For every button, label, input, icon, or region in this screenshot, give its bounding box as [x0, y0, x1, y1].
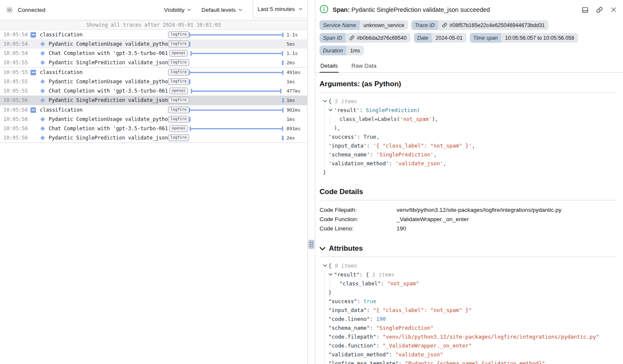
traces-banner: Showing all traces after 2024-05-01 10:0… — [0, 20, 307, 30]
span-tag: logfire — [168, 69, 189, 76]
chip-value-text: #b0b6da2d76c69540 — [357, 35, 406, 41]
tag-badge: logfire — [168, 31, 189, 38]
connection-status: Connected — [18, 7, 45, 13]
chip-value: #b0b6da2d76c69540 — [345, 33, 410, 43]
trace-row[interactable]: 10:05:54Pydantic CompletionUsage validat… — [0, 39, 307, 49]
trace-row[interactable]: 10:05:55Pydantic SinglePrediction valida… — [0, 58, 307, 67]
traces-panel: Connected Visibility Default levels Last… — [0, 0, 308, 364]
span-diamond-icon — [40, 52, 45, 55]
code-token: : — [376, 342, 383, 349]
indent-guide — [324, 359, 328, 364]
visibility-dropdown[interactable]: Visibility — [164, 7, 191, 13]
code-detail-label: Code Function: — [320, 215, 397, 224]
code-token: : — [370, 325, 376, 331]
trace-group: 10:05:54classificationlogfire1.1s10:05:5… — [0, 30, 307, 68]
code-token: : — [367, 142, 373, 149]
meta-chip: Service Nameunknown_service — [320, 20, 408, 30]
indent-guide — [324, 270, 328, 279]
trace-row[interactable]: 10:05:56classificationlogfire902ms — [0, 105, 307, 115]
collapse-toggle-icon[interactable] — [30, 70, 36, 75]
code-details-rows: Code Filepath:venv/lib/python3.12/site-p… — [320, 205, 616, 233]
trace-list: 10:05:54classificationlogfire1.1s10:05:5… — [0, 30, 307, 364]
indent-guide — [324, 279, 328, 288]
span-tag: openai — [168, 125, 189, 132]
span-tag: logfire — [168, 134, 189, 141]
code-token: , — [472, 142, 475, 149]
chip-value: 2024-05-01 — [432, 33, 466, 43]
diamond-shape — [40, 126, 45, 131]
span-name: Pydantic SinglePrediction validate_json — [49, 60, 168, 66]
code-line: "schema_name": "SinglePrediction" — [320, 323, 616, 332]
divider-drag-handle[interactable] — [308, 240, 314, 249]
trace-row[interactable]: 10:05:55Pydantic CompletionUsage validat… — [0, 77, 307, 86]
duration-timeline — [189, 77, 284, 86]
traces-header: Connected Visibility Default levels Last… — [0, 0, 307, 20]
code-token: "_ValidateWrapper._on_enter" — [383, 342, 472, 349]
link-icon[interactable] — [442, 22, 447, 28]
tab-raw-data[interactable]: Raw Data — [350, 60, 377, 72]
chevron-down-icon[interactable] — [323, 261, 328, 270]
span-detail-header: Span: Pydantic SinglePrediction validate… — [315, 0, 623, 19]
code-token: : — [389, 160, 395, 167]
code-token: "schema_name" — [328, 325, 370, 331]
row-timestamp: 10:05:55 — [0, 88, 28, 94]
code-token: 'validate_json' — [395, 160, 443, 167]
indent-guide — [324, 341, 328, 350]
trace-row[interactable]: 10:05:55classificationlogfire491ms — [0, 68, 307, 77]
code-detail-value: venv/lib/python3.12/site-packages/logfir… — [397, 205, 561, 215]
chip-value: 1ms — [346, 46, 364, 55]
indent-guide — [324, 350, 328, 359]
chevron-down-icon[interactable] — [320, 247, 325, 251]
trace-row[interactable]: 10:05:56Chat Completion with 'gpt-3.5-tu… — [0, 124, 307, 133]
close-button[interactable] — [610, 6, 617, 13]
chevron-down-icon[interactable] — [323, 97, 328, 106]
code-token: } — [323, 169, 326, 175]
code-line: "validation_method": "validate_json" — [320, 350, 616, 359]
settings-gear-icon[interactable] — [6, 6, 13, 14]
trace-row[interactable]: 10:05:54classificationlogfire1.1s — [0, 30, 307, 39]
trace-row[interactable]: 10:05:56Pydantic SinglePrediction valida… — [0, 133, 307, 142]
code-token: : — [376, 334, 383, 340]
default-levels-dropdown[interactable]: Default levels — [201, 7, 243, 13]
link-icon — [596, 6, 603, 14]
chip-label: Date — [414, 33, 432, 43]
duration-label: 5ms — [284, 41, 307, 47]
trace-row[interactable]: 10:05:54Chat Completion with 'gpt-3.5-tu… — [0, 49, 307, 58]
indent-guide — [324, 332, 328, 341]
code-line: 'success': True, — [320, 132, 616, 141]
code-token: ), — [432, 116, 438, 122]
chip-value-text: #08f57b165e22c4e625046944673bdd31 — [449, 22, 545, 28]
span-tag: openai — [168, 50, 189, 57]
link-icon[interactable] — [349, 35, 355, 41]
trace-row[interactable]: 10:05:55Chat Completion with 'gpt-3.5-tu… — [0, 86, 307, 96]
time-range-dropdown[interactable]: Last 5 minutes — [253, 0, 307, 18]
section-divider — [320, 200, 616, 200]
chevron-down-icon[interactable] — [328, 106, 334, 115]
duration-bar — [189, 70, 284, 75]
tag-badge: logfire — [168, 59, 189, 66]
code-line: ), — [320, 123, 616, 132]
code-token: 'schema_name' — [328, 151, 370, 158]
collapse-toggle-icon[interactable] — [30, 32, 36, 38]
span-name: Pydantic SinglePrediction validate_json — [49, 135, 168, 141]
meta-chip: Duration1ms — [320, 46, 364, 55]
code-token: : — [389, 351, 395, 358]
chevron-down-icon[interactable] — [328, 270, 334, 279]
copy-link-button[interactable] — [596, 6, 603, 14]
code-token: { — [328, 263, 335, 269]
trace-row[interactable]: 10:05:56Pydantic SinglePrediction valida… — [0, 96, 307, 105]
collapse-toggle-icon[interactable] — [30, 107, 36, 113]
duration-label: 491ms — [284, 70, 307, 75]
tab-details[interactable]: Details — [320, 60, 339, 73]
indent-guide — [324, 150, 328, 159]
code-token: "code.lineno" — [328, 316, 370, 322]
code-token: : — [399, 360, 405, 364]
meta-chip: Span ID#b0b6da2d76c69540 — [320, 33, 411, 43]
code-token: 190 — [376, 316, 386, 322]
dock-panel-button[interactable] — [582, 6, 589, 14]
row-timestamp: 10:05:56 — [0, 97, 28, 103]
span-tag: logfire — [168, 59, 189, 66]
trace-row[interactable]: 10:05:56Pydantic CompletionUsage validat… — [0, 115, 307, 124]
code-token: : { — [359, 271, 372, 278]
chip-label: Time span — [470, 33, 501, 43]
